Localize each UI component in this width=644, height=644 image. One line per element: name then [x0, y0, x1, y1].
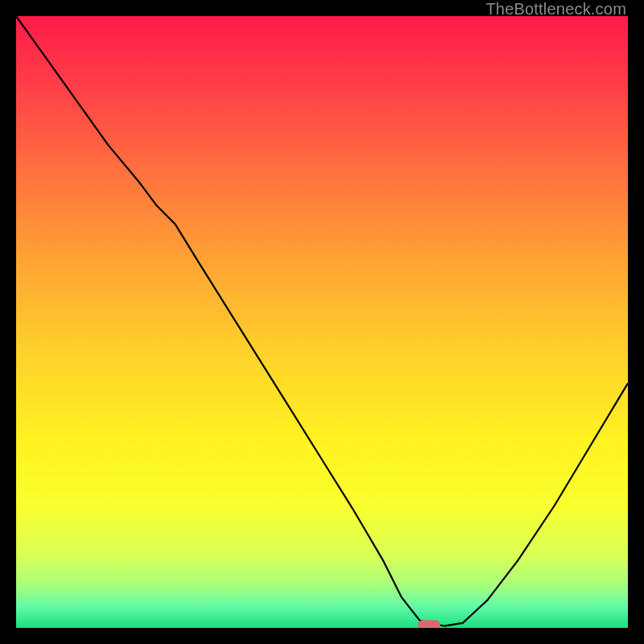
watermark-text: TheBottleneck.com: [485, 0, 626, 19]
chart-frame: TheBottleneck.com: [0, 0, 644, 644]
chart-svg: [16, 16, 628, 628]
chart-background: [16, 16, 628, 628]
chart-plot-area: [16, 16, 628, 628]
optimal-marker: [418, 620, 440, 628]
